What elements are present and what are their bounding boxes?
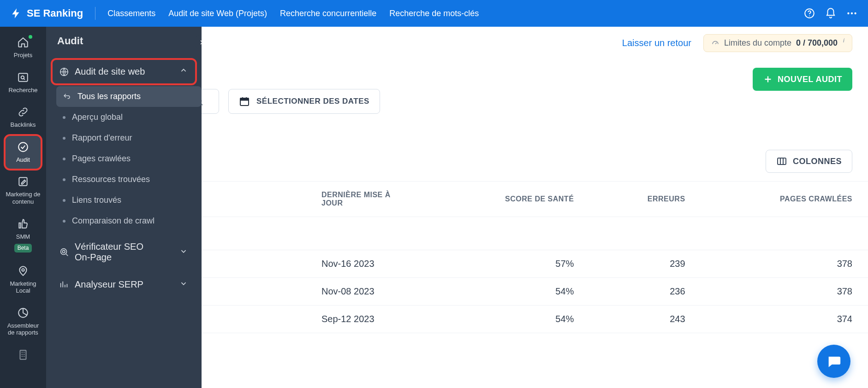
new-audit-button[interactable]: NOUVEL AUDIT: [753, 68, 852, 91]
columns-button[interactable]: COLONNES: [766, 150, 852, 173]
chevron-down-icon: [178, 278, 189, 291]
feedback-link[interactable]: Laisser un retour: [622, 38, 691, 48]
new-audit-label: NOUVEL AUDIT: [778, 75, 842, 84]
top-nav: Classements Audit de site Web (Projets) …: [107, 9, 479, 18]
nav-recherche-concurrentielle[interactable]: Recherche concurrentielle: [280, 9, 376, 18]
sub-apercu-global[interactable]: Aperçu global: [56, 107, 202, 128]
rail-label: Marketing de contenu: [6, 191, 41, 205]
rail-smm[interactable]: SMM Beta: [6, 213, 41, 258]
sub-liens-trouves[interactable]: Liens trouvés: [56, 190, 202, 211]
bullet-icon: [63, 116, 65, 119]
search-page-icon: [17, 71, 30, 84]
account-limits-badge[interactable]: Limites du compte 0 / 700,000 i: [703, 34, 852, 52]
limits-label: Limites du compte: [724, 38, 791, 48]
cell-health: 54%: [428, 278, 589, 306]
svg-rect-11: [20, 350, 26, 359]
bullet-icon: [63, 178, 65, 181]
rail-marketing-contenu[interactable]: Marketing de contenu: [6, 170, 41, 211]
brand-name: SE Ranking: [27, 7, 83, 19]
sub-label: Pages crawlées: [72, 154, 131, 164]
more-icon[interactable]: [846, 7, 858, 19]
chart-bars-icon: [59, 280, 69, 290]
rail-label: Backlinks: [11, 121, 36, 129]
audits-table: DERNIÈRE MISE À JOUR SCORE DE SANTÉ ERRE…: [202, 181, 868, 333]
sub-label: Ressources trouvées: [72, 175, 150, 184]
table-row[interactable]: Nov-16 2023 57% 239 378: [202, 250, 868, 278]
rail-projets[interactable]: Projets: [6, 31, 41, 65]
group-audit-site-web[interactable]: Audit de site web: [53, 60, 195, 83]
rail-backlinks[interactable]: Backlinks: [6, 101, 41, 134]
beta-badge: Beta: [14, 244, 32, 252]
info-icon: i: [843, 37, 844, 44]
table-row[interactable]: Nov-08 2023 54% 236 378: [202, 278, 868, 306]
rail-label: Audit: [16, 156, 30, 164]
cell-pages: 378: [701, 250, 868, 278]
chat-bubble-button[interactable]: [817, 345, 850, 378]
group-verificateur-seo[interactable]: Vérificateur SEO On-Page: [53, 236, 195, 268]
group-analyseur-serp[interactable]: Analyseur SERP: [53, 273, 195, 296]
notifications-icon[interactable]: [825, 7, 837, 19]
cell-errors: 239: [589, 250, 701, 278]
chevron-up-icon: [178, 65, 189, 78]
table-header-row: DERNIÈRE MISE À JOUR SCORE DE SANTÉ ERRE…: [202, 182, 868, 217]
table-row[interactable]: Sep-12 2023 54% 243 374: [202, 306, 868, 333]
sub-label: Aperçu global: [72, 112, 123, 122]
cell-health: 57%: [428, 250, 589, 278]
cell-errors: 236: [589, 278, 701, 306]
main-content: Laisser un retour Limites du compte 0 / …: [202, 27, 868, 388]
sub-comparaison-crawl[interactable]: Comparaison de crawl: [56, 211, 202, 231]
columns-icon: [776, 156, 787, 167]
sub-pages-crawlees[interactable]: Pages crawlées: [56, 148, 202, 169]
thumbs-up-icon: [17, 218, 30, 230]
active-dot-icon: [29, 35, 32, 39]
col-pages[interactable]: PAGES CRAWLÉES: [701, 182, 868, 217]
sub-label: Comparaison de crawl: [72, 216, 155, 226]
rail-label: SMM: [16, 233, 30, 241]
action-bar: NOUVEL AUDIT: [202, 52, 868, 91]
side-panel: Audit Audit de site web Tous les rapport…: [46, 27, 202, 388]
date-picker-button[interactable]: SÉLECTIONNER DES DATES: [228, 89, 380, 114]
group-label: Audit de site web: [75, 66, 145, 77]
cell-pages: 374: [701, 306, 868, 333]
date-picker-label: SÉLECTIONNER DES DATES: [256, 97, 369, 106]
col-last-update[interactable]: DERNIÈRE MISE À JOUR: [202, 182, 428, 217]
globe-icon: [59, 67, 69, 77]
search-input[interactable]: [202, 89, 219, 114]
rail-recherche[interactable]: Recherche: [6, 66, 41, 100]
nav-recherche-mots-cles[interactable]: Recherche de mots-clés: [389, 9, 479, 18]
edit-icon: [17, 175, 30, 188]
svg-point-3: [851, 12, 853, 14]
col-errors[interactable]: ERREURS: [589, 182, 701, 217]
svg-point-7: [18, 142, 28, 152]
search-icon: [202, 96, 204, 106]
limits-value: 0 / 700,000: [796, 38, 838, 48]
columns-label: COLONNES: [793, 157, 842, 166]
group-label: Analyseur SERP: [75, 279, 143, 290]
col-health[interactable]: SCORE DE SANTÉ: [428, 182, 589, 217]
brand-logo[interactable]: SE Ranking: [10, 7, 83, 19]
svg-point-1: [809, 16, 810, 17]
sub-tous-les-rapports[interactable]: Tous les rapports: [56, 86, 202, 107]
svg-point-9: [22, 269, 24, 271]
help-icon[interactable]: [803, 7, 815, 19]
calendar-icon: [239, 96, 250, 107]
chat-icon: [826, 353, 842, 369]
home-icon: [17, 36, 30, 49]
rail-assembleur[interactable]: Assembleur de rapports: [6, 302, 41, 342]
svg-rect-17: [240, 98, 249, 100]
columns-bar: COLONNES: [202, 150, 868, 181]
gauge-icon: [711, 39, 719, 47]
sub-rapport-erreur[interactable]: Rapport d'erreur: [56, 128, 202, 148]
cell-update: Sep-12 2023: [202, 306, 428, 333]
pin-icon: [17, 265, 30, 277]
rail-label: Recherche: [9, 87, 38, 94]
nav-classements[interactable]: Classements: [107, 9, 155, 18]
building-icon: [17, 348, 30, 361]
sub-ressources-trouvees[interactable]: Ressources trouvées: [56, 169, 202, 190]
svg-point-6: [21, 76, 24, 79]
rail-audit[interactable]: Audit: [6, 136, 41, 169]
rail-marketing-local[interactable]: Marketing Local: [6, 260, 41, 300]
cell-update: Nov-08 2023: [202, 278, 428, 306]
nav-audit-projets[interactable]: Audit de site Web (Projets): [168, 9, 267, 18]
rail-extra[interactable]: [6, 344, 41, 367]
